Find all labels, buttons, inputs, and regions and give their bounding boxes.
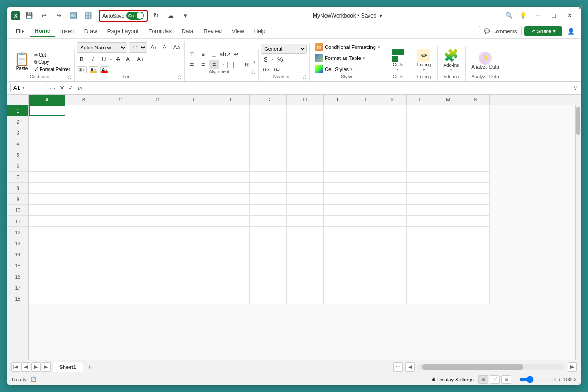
row-num-11[interactable]: 11 [7, 216, 28, 227]
cell-H10[interactable] [287, 205, 324, 216]
cell-D7[interactable] [139, 172, 176, 183]
cell-E11[interactable] [176, 216, 213, 227]
col-header-D[interactable]: D [139, 95, 176, 105]
cell-L17[interactable] [407, 282, 434, 293]
cell-E18[interactable] [176, 293, 213, 304]
menu-review[interactable]: Review [199, 26, 226, 36]
save-to-cloud-button[interactable]: ☁ [165, 11, 177, 21]
font-size-select[interactable]: 11 [129, 42, 147, 53]
format-as-table-dropdown[interactable]: ▾ [363, 56, 365, 60]
merge-center-button[interactable]: ⊞ [242, 60, 252, 69]
quick-access-redo-button[interactable]: ↪ [53, 11, 65, 21]
decimal-decrease-button[interactable]: .0↙ [272, 65, 282, 74]
cell-C1[interactable] [102, 105, 139, 116]
cell-F7[interactable] [213, 172, 250, 183]
cell-K15[interactable] [379, 260, 407, 271]
cell-G7[interactable] [250, 172, 287, 183]
cell-C17[interactable] [102, 282, 139, 293]
format-painter-button[interactable]: 🖌 Format Painter [33, 66, 71, 72]
cell-J9[interactable] [351, 194, 379, 205]
cell-H2[interactable] [287, 116, 324, 127]
cell-C10[interactable] [102, 205, 139, 216]
cell-A9[interactable] [29, 194, 65, 205]
row-num-8[interactable]: 8 [7, 183, 28, 194]
cell-M3[interactable] [434, 127, 462, 138]
page-break-view-button[interactable]: ⊟ [501, 375, 511, 384]
row-num-1[interactable]: 1 [7, 105, 28, 116]
row-num-18[interactable]: 18 [7, 293, 28, 304]
cell-K14[interactable] [379, 249, 407, 260]
cell-D2[interactable] [139, 116, 176, 127]
cell-J3[interactable] [351, 127, 379, 138]
cell-B8[interactable] [65, 183, 102, 194]
cell-E13[interactable] [176, 238, 213, 249]
cell-C15[interactable] [102, 260, 139, 271]
strikethrough-button[interactable]: S [113, 55, 123, 64]
cell-N16[interactable] [462, 271, 490, 282]
cell-B2[interactable] [65, 116, 102, 127]
cell-D3[interactable] [139, 127, 176, 138]
cell-B13[interactable] [65, 238, 102, 249]
cell-A1[interactable] [29, 105, 65, 116]
cell-L12[interactable] [407, 227, 434, 238]
cell-H5[interactable] [287, 149, 324, 160]
cell-B3[interactable] [65, 127, 102, 138]
row-num-17[interactable]: 17 [7, 282, 28, 293]
formula-confirm-icon[interactable]: ✓ [67, 84, 74, 91]
cell-D16[interactable] [139, 271, 176, 282]
cell-A5[interactable] [29, 149, 65, 160]
cell-G2[interactable] [250, 116, 287, 127]
cell-E12[interactable] [176, 227, 213, 238]
cell-H6[interactable] [287, 160, 324, 172]
sheet-nav-next[interactable]: ▶ [31, 362, 41, 372]
conditional-formatting-button[interactable]: ▤ Conditional Formatting ▾ [312, 42, 383, 52]
cell-I10[interactable] [324, 205, 351, 216]
cell-ref-dropdown[interactable]: ▾ [22, 85, 25, 91]
cell-A3[interactable] [29, 127, 65, 138]
sheet-options-button[interactable]: ⋯ [393, 362, 403, 372]
underline-dropdown[interactable]: ▾ [110, 57, 112, 62]
cell-L8[interactable] [407, 183, 434, 194]
cell-B11[interactable] [65, 216, 102, 227]
cell-F9[interactable] [213, 194, 250, 205]
align-center-button[interactable]: ≡ [198, 60, 208, 69]
cell-K12[interactable] [379, 227, 407, 238]
cell-L1[interactable] [407, 105, 434, 116]
cell-D14[interactable] [139, 249, 176, 260]
orientation-button[interactable]: ab↗ [220, 50, 230, 59]
cell-L15[interactable] [407, 260, 434, 271]
cell-A14[interactable] [29, 249, 65, 260]
cell-G18[interactable] [250, 293, 287, 304]
cell-G12[interactable] [250, 227, 287, 238]
cell-F10[interactable] [213, 205, 250, 216]
col-header-L[interactable]: L [407, 95, 434, 105]
menu-help[interactable]: Help [249, 26, 270, 36]
copy-button[interactable]: ⧉ Copy [33, 59, 71, 65]
analyze-data-button[interactable]: ✨ Analyze Data [468, 47, 502, 74]
cell-L13[interactable] [407, 238, 434, 249]
cell-A17[interactable] [29, 282, 65, 293]
title-dropdown-arrow[interactable]: ▾ [380, 12, 382, 19]
cell-L18[interactable] [407, 293, 434, 304]
cell-H15[interactable] [287, 260, 324, 271]
font-expand-icon[interactable]: ⬡ [178, 75, 182, 80]
cell-A10[interactable] [29, 205, 65, 216]
cell-H9[interactable] [287, 194, 324, 205]
cell-G13[interactable] [250, 238, 287, 249]
cell-I2[interactable] [324, 116, 351, 127]
cell-D18[interactable] [139, 293, 176, 304]
clipboard-expand-icon[interactable]: ⬡ [67, 75, 71, 80]
cell-H1[interactable] [287, 105, 324, 116]
cells-dropdown[interactable]: ▾ [397, 67, 399, 72]
cell-N11[interactable] [462, 216, 490, 227]
cell-N6[interactable] [462, 160, 490, 172]
editing-dropdown[interactable]: ▾ [423, 67, 425, 72]
cell-N3[interactable] [462, 127, 490, 138]
cell-C5[interactable] [102, 149, 139, 160]
cell-J1[interactable] [351, 105, 379, 116]
cell-L7[interactable] [407, 172, 434, 183]
cell-M4[interactable] [434, 138, 462, 149]
cell-D9[interactable] [139, 194, 176, 205]
borders-button[interactable]: ⊞ ▾ [77, 66, 87, 73]
display-settings-button[interactable]: ⊞ Display Settings [431, 376, 474, 382]
